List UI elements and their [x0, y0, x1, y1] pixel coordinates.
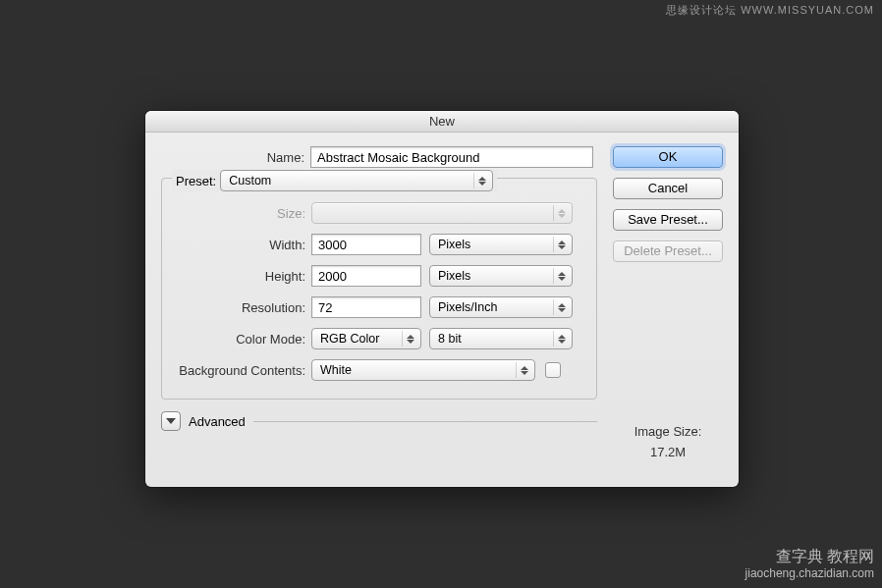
delete-preset-button: Delete Preset... — [613, 241, 723, 262]
watermark-bottom: 查字典 教程网 jiaocheng.chazidian.com — [745, 547, 874, 582]
height-unit-select[interactable]: Pixels — [429, 265, 573, 287]
preset-label: Preset: — [176, 174, 216, 188]
image-size-label: Image Size: — [613, 424, 723, 439]
chevron-updown-icon — [516, 362, 531, 378]
width-unit-value: Pixels — [438, 238, 470, 251]
chevron-updown-icon — [553, 331, 569, 347]
window-title: New — [145, 111, 739, 133]
ok-button[interactable]: OK — [613, 146, 723, 168]
width-unit-select[interactable]: Pixels — [429, 234, 573, 255]
bg-contents-label: Background Contents: — [174, 363, 311, 378]
bit-depth-value: 8 bit — [438, 332, 462, 346]
height-unit-value: Pixels — [438, 269, 470, 283]
bit-depth-select[interactable]: 8 bit — [429, 328, 573, 349]
color-mode-label: Color Mode: — [174, 332, 311, 347]
chevron-updown-icon — [402, 331, 417, 347]
cancel-button[interactable]: Cancel — [613, 178, 723, 199]
name-label: Name: — [161, 150, 310, 165]
resolution-unit-select[interactable]: Pixels/Inch — [429, 296, 573, 318]
chevron-updown-icon — [473, 173, 489, 188]
preset-value: Custom — [229, 174, 271, 187]
color-mode-value: RGB Color — [320, 332, 379, 346]
chevron-updown-icon — [553, 237, 569, 252]
advanced-disclosure[interactable] — [161, 411, 181, 431]
size-select — [311, 202, 573, 224]
height-input[interactable] — [311, 265, 421, 287]
divider — [253, 421, 597, 422]
color-mode-select[interactable]: RGB Color — [311, 328, 421, 349]
resolution-input[interactable] — [311, 296, 421, 318]
resolution-unit-value: Pixels/Inch — [438, 300, 497, 314]
preset-select[interactable]: Custom — [220, 170, 493, 191]
resolution-label: Resolution: — [174, 300, 311, 315]
name-input[interactable] — [310, 146, 593, 168]
height-label: Height: — [174, 269, 311, 284]
bg-contents-value: White — [320, 363, 352, 377]
advanced-label: Advanced — [189, 414, 246, 429]
dialog-content: Name: Preset: Custom Size: — [145, 133, 739, 487]
chevron-updown-icon — [553, 299, 569, 315]
chevron-updown-icon — [553, 205, 569, 221]
bg-color-swatch[interactable] — [545, 362, 561, 378]
preset-fieldset: Preset: Custom Size: Width: — [161, 178, 597, 400]
size-label: Size: — [174, 206, 311, 221]
image-size-block: Image Size: 17.2M — [613, 424, 723, 459]
width-input[interactable] — [311, 234, 421, 255]
save-preset-button[interactable]: Save Preset... — [613, 209, 723, 231]
button-column: OK Cancel Save Preset... Delete Preset..… — [613, 146, 723, 459]
width-label: Width: — [174, 238, 311, 252]
bg-contents-select[interactable]: White — [311, 359, 535, 381]
chevron-updown-icon — [553, 268, 569, 284]
image-size-value: 17.2M — [613, 445, 723, 459]
new-document-dialog: New Name: Preset: Custom Size: — [145, 111, 739, 487]
watermark-top: 思缘设计论坛 WWW.MISSYUAN.COM — [666, 3, 874, 18]
